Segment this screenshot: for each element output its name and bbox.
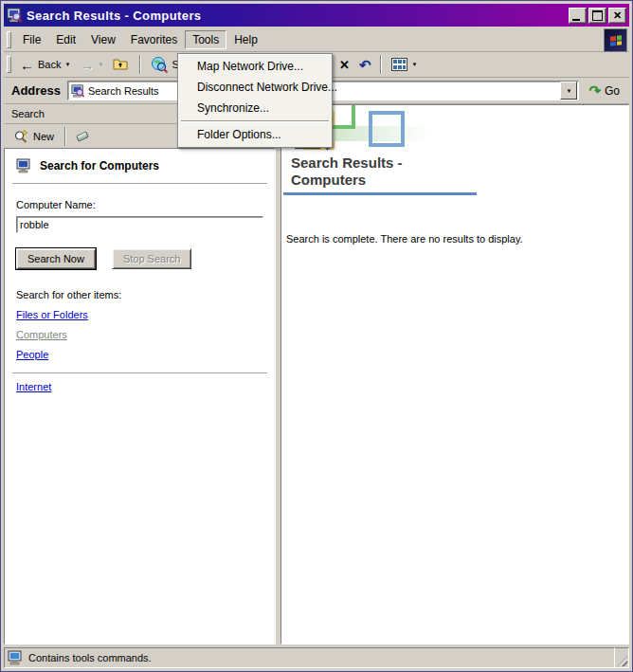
menu-edit[interactable]: Edit — [48, 30, 83, 49]
address-label: Address — [11, 83, 61, 98]
windows-logo-icon — [604, 28, 627, 52]
toolbar-separator — [380, 55, 382, 74]
undo-icon: ↶ — [359, 58, 371, 72]
delete-icon: ✕ — [339, 59, 350, 71]
chevron-down-icon: ▼ — [566, 88, 571, 94]
search-for-computers-header: Search for Computers — [16, 158, 263, 173]
views-button[interactable]: ▼ — [387, 56, 422, 73]
maximize-button[interactable] — [588, 8, 606, 24]
menu-favorites[interactable]: Favorites — [123, 30, 185, 49]
back-dropdown-icon: ▼ — [64, 62, 70, 67]
undo-button[interactable]: ↶ — [354, 56, 376, 74]
computer-name-label: Computer Name: — [16, 199, 263, 210]
status-panel: Contains tools commands. — [4, 647, 615, 668]
delete-button[interactable]: ✕ — [335, 57, 354, 73]
stop-search-button[interactable]: Stop Search — [112, 248, 192, 269]
results-pane: Search Results - Computers Search is com… — [280, 104, 629, 645]
status-text: Contains tools commands. — [28, 652, 152, 663]
link-people[interactable]: People — [16, 349, 48, 360]
results-status-text: Search is complete. There are no results… — [286, 233, 523, 245]
search-pane-title: Search — [11, 108, 45, 119]
search-form: Search for Computers Computer Name: Sear… — [4, 148, 276, 645]
menu-file[interactable]: File — [15, 30, 48, 49]
address-value: Search Results — [88, 85, 159, 97]
menuitem-disconnect-network-drive[interactable]: Disconnect Network Drive... — [180, 77, 330, 98]
menu-view[interactable]: View — [83, 30, 123, 49]
back-label: Back — [38, 59, 61, 70]
computer-icon — [16, 158, 31, 173]
window-title: Search Results - Computers — [27, 9, 202, 23]
link-files-or-folders[interactable]: Files or Folders — [16, 309, 88, 320]
go-button[interactable]: ↷ Go — [579, 83, 625, 98]
forward-button[interactable]: → ▼ — [75, 56, 108, 74]
close-icon: ✕ — [613, 10, 622, 21]
eraser-icon — [75, 129, 90, 144]
results-title: Search Results - Computers — [291, 154, 403, 189]
link-internet[interactable]: Internet — [16, 381, 51, 392]
search-pane: Search New — [4, 104, 276, 645]
up-button[interactable] — [108, 55, 135, 74]
menu-separator — [181, 120, 329, 122]
forward-dropdown-icon: ▼ — [98, 62, 103, 67]
address-dropdown-button[interactable]: ▼ — [560, 82, 577, 100]
tools-menu-popup: Map Network Drive... Disconnect Network … — [177, 53, 333, 148]
go-arrow-icon: ↷ — [588, 83, 601, 98]
views-dropdown-icon: ▼ — [411, 62, 417, 67]
new-search-icon — [13, 129, 28, 144]
menuitem-map-network-drive[interactable]: Map Network Drive... — [180, 56, 330, 77]
results-title-line1: Search Results - — [291, 154, 403, 172]
close-button[interactable]: ✕ — [608, 8, 626, 24]
new-search-label: New — [33, 131, 54, 142]
search-now-button[interactable]: Search Now — [16, 248, 96, 269]
toolbar-grip[interactable] — [7, 56, 11, 73]
toolbar-grip[interactable] — [7, 31, 11, 48]
folder-up-icon — [113, 57, 130, 72]
views-grid-icon — [391, 58, 407, 71]
results-title-underline — [283, 192, 477, 195]
search-form-title: Search for Computers — [40, 159, 159, 173]
back-button[interactable]: ← Back ▼ — [15, 56, 75, 74]
title-bar[interactable]: Search Results - Computers ✕ — [4, 4, 629, 27]
computer-name-input[interactable] — [16, 216, 263, 233]
menu-tools[interactable]: Tools — [185, 30, 226, 49]
separator — [12, 183, 267, 185]
go-label: Go — [605, 84, 620, 98]
results-title-line2: Computers — [291, 172, 403, 189]
explorer-window: Search Results - Computers ✕ File Edit V… — [0, 0, 633, 672]
menuitem-synchronize[interactable]: Synchronize... — [180, 98, 330, 118]
toolbar-separator — [64, 127, 66, 146]
forward-icon: → — [80, 58, 94, 72]
separator — [12, 372, 267, 374]
resize-grip[interactable] — [615, 647, 629, 668]
other-items-label: Search for other items: — [16, 289, 263, 300]
menuitem-folder-options[interactable]: Folder Options... — [180, 124, 330, 145]
new-search-button[interactable]: New — [8, 127, 60, 146]
link-computers: Computers — [16, 329, 67, 340]
content-area: Search New — [4, 104, 629, 645]
toolbar-separator — [139, 55, 141, 74]
search-results-icon — [71, 84, 84, 98]
search-globe-icon — [151, 56, 168, 73]
menu-bar: File Edit View Favorites Tools Help — [4, 27, 629, 52]
search-computer-icon — [7, 8, 22, 23]
menu-help[interactable]: Help — [226, 30, 265, 49]
back-icon: ← — [20, 58, 34, 72]
minimize-icon — [572, 19, 580, 21]
computer-status-icon — [8, 650, 23, 665]
banner-blue-square — [369, 111, 405, 147]
status-bar: Contains tools commands. — [4, 647, 629, 668]
maximize-icon — [592, 10, 603, 21]
eraser-button[interactable] — [71, 127, 94, 146]
minimize-button[interactable] — [569, 8, 587, 24]
